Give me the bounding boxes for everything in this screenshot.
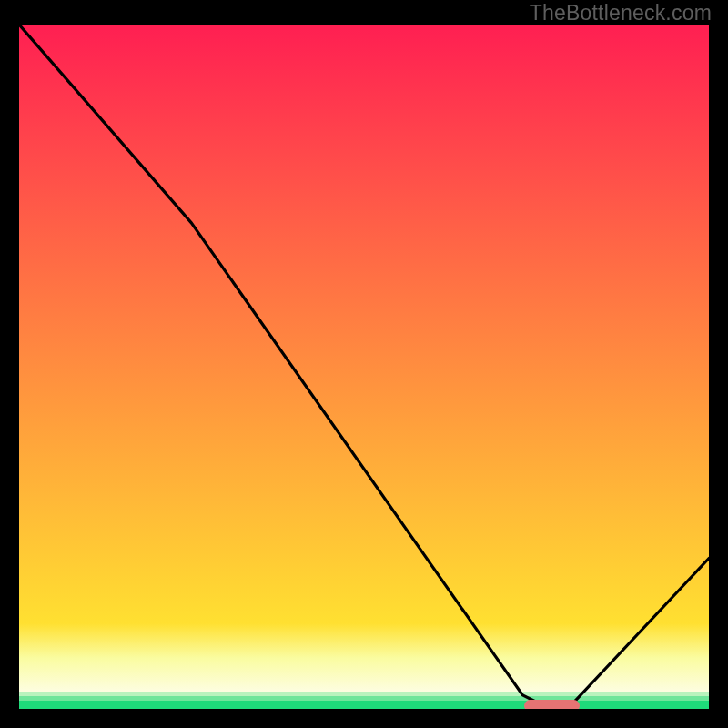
optimal-range-marker (524, 700, 580, 712)
bottleneck-curve-svg (19, 25, 709, 709)
bottleneck-curve-path (19, 25, 709, 705)
chart-frame (15, 21, 713, 713)
